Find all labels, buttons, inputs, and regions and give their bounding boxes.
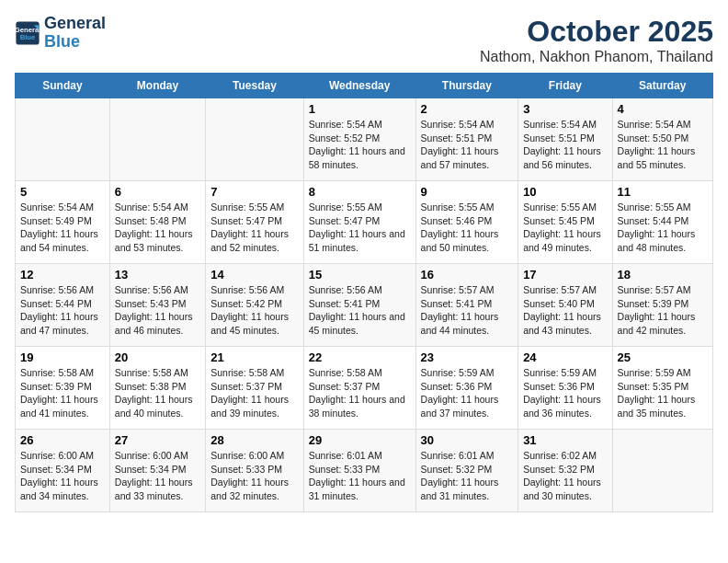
day-number: 16	[421, 268, 514, 282]
calendar-cell	[206, 98, 303, 181]
calendar-cell	[109, 98, 205, 181]
day-number: 27	[115, 433, 200, 447]
calendar-table: SundayMondayTuesdayWednesdayThursdayFrid…	[15, 73, 713, 512]
calendar-cell: 7Sunrise: 5:55 AM Sunset: 5:47 PM Daylig…	[206, 181, 303, 264]
day-info: Sunrise: 6:00 AM Sunset: 5:34 PM Dayligh…	[20, 449, 105, 503]
calendar-cell: 12Sunrise: 5:56 AM Sunset: 5:44 PM Dayli…	[16, 264, 110, 347]
calendar-cell: 28Sunrise: 6:00 AM Sunset: 5:33 PM Dayli…	[206, 430, 303, 512]
calendar-cell: 6Sunrise: 5:54 AM Sunset: 5:48 PM Daylig…	[109, 181, 205, 264]
day-number: 20	[115, 350, 200, 364]
day-info: Sunrise: 5:54 AM Sunset: 5:52 PM Dayligh…	[309, 118, 411, 172]
page-subtitle: Nathom, Nakhon Phanom, Thailand	[480, 49, 713, 65]
day-number: 4	[618, 102, 708, 116]
day-info: Sunrise: 5:58 AM Sunset: 5:37 PM Dayligh…	[309, 366, 411, 420]
day-number: 8	[309, 185, 411, 199]
calendar-cell: 10Sunrise: 5:55 AM Sunset: 5:45 PM Dayli…	[518, 181, 612, 264]
day-info: Sunrise: 5:59 AM Sunset: 5:36 PM Dayligh…	[421, 366, 514, 420]
day-info: Sunrise: 5:54 AM Sunset: 5:48 PM Dayligh…	[115, 201, 200, 255]
calendar-cell: 18Sunrise: 5:57 AM Sunset: 5:39 PM Dayli…	[612, 264, 712, 347]
day-number: 26	[20, 433, 105, 447]
calendar-cell: 24Sunrise: 5:59 AM Sunset: 5:36 PM Dayli…	[518, 347, 612, 430]
calendar-header-row: SundayMondayTuesdayWednesdayThursdayFrid…	[16, 74, 713, 98]
day-number: 18	[618, 268, 708, 282]
calendar-cell: 4Sunrise: 5:54 AM Sunset: 5:50 PM Daylig…	[612, 98, 712, 181]
day-info: Sunrise: 5:59 AM Sunset: 5:35 PM Dayligh…	[618, 366, 708, 420]
day-number: 6	[115, 185, 200, 199]
day-info: Sunrise: 5:59 AM Sunset: 5:36 PM Dayligh…	[523, 366, 607, 420]
day-number: 25	[618, 350, 708, 364]
calendar-week-row: 19Sunrise: 5:58 AM Sunset: 5:39 PM Dayli…	[16, 347, 713, 430]
day-info: Sunrise: 6:01 AM Sunset: 5:33 PM Dayligh…	[309, 449, 411, 503]
calendar-cell	[16, 98, 110, 181]
page-header: General Blue General Blue October 2025 N…	[15, 15, 713, 65]
calendar-cell: 11Sunrise: 5:55 AM Sunset: 5:44 PM Dayli…	[612, 181, 712, 264]
calendar-cell: 19Sunrise: 5:58 AM Sunset: 5:39 PM Dayli…	[16, 347, 110, 430]
calendar-week-row: 12Sunrise: 5:56 AM Sunset: 5:44 PM Dayli…	[16, 264, 713, 347]
calendar-cell: 9Sunrise: 5:55 AM Sunset: 5:46 PM Daylig…	[415, 181, 518, 264]
weekday-header: Wednesday	[303, 74, 415, 98]
calendar-week-row: 5Sunrise: 5:54 AM Sunset: 5:49 PM Daylig…	[16, 181, 713, 264]
calendar-cell: 21Sunrise: 5:58 AM Sunset: 5:37 PM Dayli…	[206, 347, 303, 430]
calendar-cell: 8Sunrise: 5:55 AM Sunset: 5:47 PM Daylig…	[303, 181, 415, 264]
day-info: Sunrise: 6:00 AM Sunset: 5:33 PM Dayligh…	[210, 449, 298, 503]
weekday-header: Saturday	[612, 74, 712, 98]
day-info: Sunrise: 5:55 AM Sunset: 5:47 PM Dayligh…	[309, 201, 411, 255]
weekday-header: Tuesday	[206, 74, 303, 98]
day-number: 13	[115, 268, 200, 282]
day-info: Sunrise: 5:58 AM Sunset: 5:37 PM Dayligh…	[210, 366, 298, 420]
calendar-cell: 15Sunrise: 5:56 AM Sunset: 5:41 PM Dayli…	[303, 264, 415, 347]
day-number: 7	[210, 185, 298, 199]
day-number: 12	[20, 268, 105, 282]
day-info: Sunrise: 6:00 AM Sunset: 5:34 PM Dayligh…	[115, 449, 200, 503]
calendar-week-row: 26Sunrise: 6:00 AM Sunset: 5:34 PM Dayli…	[16, 430, 713, 512]
day-info: Sunrise: 5:54 AM Sunset: 5:51 PM Dayligh…	[421, 118, 514, 172]
day-info: Sunrise: 6:02 AM Sunset: 5:32 PM Dayligh…	[523, 449, 607, 503]
day-info: Sunrise: 5:58 AM Sunset: 5:39 PM Dayligh…	[20, 366, 105, 420]
day-number: 23	[421, 350, 514, 364]
day-number: 30	[421, 433, 514, 447]
weekday-header: Friday	[518, 74, 612, 98]
day-number: 17	[523, 268, 607, 282]
day-number: 9	[421, 185, 514, 199]
day-info: Sunrise: 5:56 AM Sunset: 5:44 PM Dayligh…	[20, 283, 105, 338]
logo-text: General Blue	[44, 15, 106, 52]
day-info: Sunrise: 5:54 AM Sunset: 5:51 PM Dayligh…	[523, 118, 607, 172]
calendar-cell: 27Sunrise: 6:00 AM Sunset: 5:34 PM Dayli…	[109, 430, 205, 512]
calendar-cell: 5Sunrise: 5:54 AM Sunset: 5:49 PM Daylig…	[16, 181, 110, 264]
calendar-cell: 2Sunrise: 5:54 AM Sunset: 5:51 PM Daylig…	[415, 98, 518, 181]
calendar-cell: 29Sunrise: 6:01 AM Sunset: 5:33 PM Dayli…	[303, 430, 415, 512]
calendar-cell: 30Sunrise: 6:01 AM Sunset: 5:32 PM Dayli…	[415, 430, 518, 512]
calendar-cell: 17Sunrise: 5:57 AM Sunset: 5:40 PM Dayli…	[518, 264, 612, 347]
day-info: Sunrise: 5:56 AM Sunset: 5:42 PM Dayligh…	[210, 283, 298, 338]
day-number: 14	[210, 268, 298, 282]
day-info: Sunrise: 6:01 AM Sunset: 5:32 PM Dayligh…	[421, 449, 514, 503]
calendar-cell: 13Sunrise: 5:56 AM Sunset: 5:43 PM Dayli…	[109, 264, 205, 347]
day-info: Sunrise: 5:56 AM Sunset: 5:41 PM Dayligh…	[309, 283, 411, 338]
logo-icon: General Blue	[15, 20, 40, 46]
day-info: Sunrise: 5:55 AM Sunset: 5:45 PM Dayligh…	[523, 201, 607, 255]
day-number: 24	[523, 350, 607, 364]
calendar-week-row: 1Sunrise: 5:54 AM Sunset: 5:52 PM Daylig…	[16, 98, 713, 181]
title-block: October 2025 Nathom, Nakhon Phanom, Thai…	[480, 15, 713, 65]
day-number: 22	[309, 350, 411, 364]
day-number: 11	[618, 185, 708, 199]
day-info: Sunrise: 5:57 AM Sunset: 5:41 PM Dayligh…	[421, 283, 514, 338]
day-number: 29	[309, 433, 411, 447]
day-info: Sunrise: 5:55 AM Sunset: 5:47 PM Dayligh…	[210, 201, 298, 255]
calendar-cell: 16Sunrise: 5:57 AM Sunset: 5:41 PM Dayli…	[415, 264, 518, 347]
day-info: Sunrise: 5:54 AM Sunset: 5:50 PM Dayligh…	[618, 118, 708, 172]
weekday-header: Monday	[109, 74, 205, 98]
day-number: 5	[20, 185, 105, 199]
day-number: 19	[20, 350, 105, 364]
calendar-cell: 14Sunrise: 5:56 AM Sunset: 5:42 PM Dayli…	[206, 264, 303, 347]
day-info: Sunrise: 5:56 AM Sunset: 5:43 PM Dayligh…	[115, 283, 200, 338]
day-info: Sunrise: 5:55 AM Sunset: 5:44 PM Dayligh…	[618, 201, 708, 255]
day-info: Sunrise: 5:54 AM Sunset: 5:49 PM Dayligh…	[20, 201, 105, 255]
day-number: 15	[309, 268, 411, 282]
day-number: 21	[210, 350, 298, 364]
day-number: 1	[309, 102, 411, 116]
calendar-cell: 22Sunrise: 5:58 AM Sunset: 5:37 PM Dayli…	[303, 347, 415, 430]
calendar-cell: 23Sunrise: 5:59 AM Sunset: 5:36 PM Dayli…	[415, 347, 518, 430]
calendar-cell: 25Sunrise: 5:59 AM Sunset: 5:35 PM Dayli…	[612, 347, 712, 430]
logo: General Blue General Blue	[15, 15, 106, 52]
